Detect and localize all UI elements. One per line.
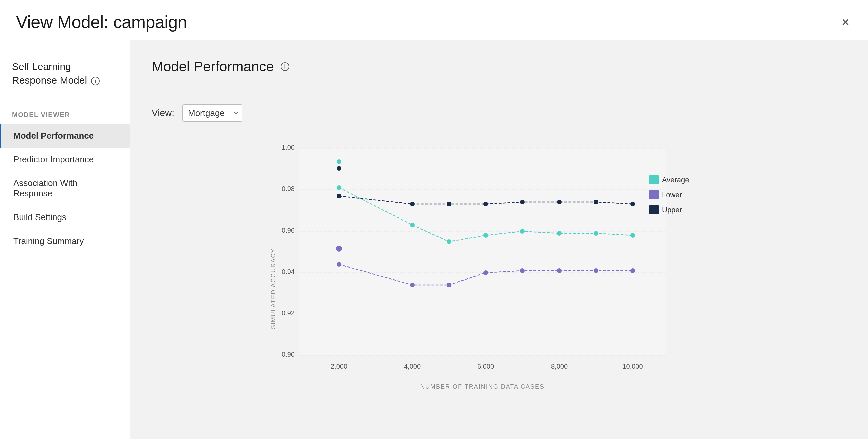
svg-text:SIMULATED ACCURACY: SIMULATED ACCURACY (270, 248, 277, 329)
view-row: View: Mortgage Auto Personal (152, 104, 847, 122)
model-info-icon[interactable]: i (91, 77, 100, 86)
main-content: Model Performance i View: Mortgage Auto … (130, 40, 868, 439)
svg-text:0.98: 0.98 (282, 185, 295, 193)
svg-point-33 (447, 202, 452, 206)
svg-point-38 (630, 202, 635, 206)
svg-point-47 (594, 268, 598, 273)
svg-rect-54 (649, 205, 659, 214)
svg-point-42 (410, 282, 415, 287)
svg-point-25 (520, 229, 525, 234)
modal-body: Self Learning Response Model i MODEL VIE… (0, 40, 868, 439)
svg-text:0.90: 0.90 (282, 350, 295, 358)
svg-point-23 (447, 239, 452, 244)
svg-point-24 (484, 233, 488, 238)
svg-point-48 (630, 268, 635, 273)
svg-rect-1 (299, 148, 666, 355)
svg-text:Lower: Lower (662, 191, 682, 199)
chart-svg: SIMULATED ACCURACY 1.00 0.98 0. (266, 135, 733, 395)
section-info-icon[interactable]: i (281, 62, 289, 71)
sidebar-section-label: MODEL VIEWER (0, 103, 130, 124)
svg-text:10,000: 10,000 (622, 363, 643, 370)
sidebar: Self Learning Response Model i MODEL VIE… (0, 40, 130, 439)
chart-container: SIMULATED ACCURACY 1.00 0.98 0. (152, 135, 847, 395)
svg-point-34 (484, 202, 488, 206)
svg-point-32 (410, 202, 415, 206)
sidebar-item-build-settings[interactable]: Build Settings (0, 205, 130, 229)
modal-header: View Model: campaign × (0, 0, 868, 40)
svg-text:4,000: 4,000 (404, 363, 421, 370)
svg-point-28 (630, 233, 635, 238)
divider (152, 88, 847, 89)
modal-container: View Model: campaign × Self Learning Res… (0, 0, 868, 439)
sidebar-item-association-with-response[interactable]: Association With Response (0, 171, 130, 205)
svg-point-43 (447, 282, 452, 287)
svg-point-26 (557, 231, 561, 236)
svg-point-37 (594, 200, 598, 204)
close-button[interactable]: × (839, 13, 852, 31)
svg-point-27 (594, 231, 598, 236)
sidebar-model-title: Self Learning Response Model i (12, 60, 118, 87)
svg-rect-50 (649, 175, 659, 184)
svg-point-35 (520, 200, 525, 204)
section-title: Model Performance i (152, 59, 847, 75)
svg-text:6,000: 6,000 (477, 363, 494, 370)
modal-title: View Model: campaign (16, 12, 187, 32)
sidebar-item-training-summary[interactable]: Training Summary (0, 229, 130, 253)
svg-point-44 (484, 270, 488, 275)
svg-point-46 (557, 268, 561, 273)
svg-text:0.92: 0.92 (282, 309, 295, 316)
svg-point-45 (520, 268, 525, 273)
sidebar-item-predictor-importance[interactable]: Predictor Importance (0, 148, 130, 171)
svg-text:1.00: 1.00 (282, 144, 295, 151)
svg-text:0.94: 0.94 (282, 268, 295, 275)
view-label: View: (152, 108, 174, 119)
sidebar-model-info: Self Learning Response Model i (0, 54, 130, 103)
svg-point-36 (557, 200, 561, 204)
svg-text:8,000: 8,000 (551, 363, 567, 370)
svg-rect-52 (649, 190, 659, 200)
sidebar-item-model-performance[interactable]: Model Performance (0, 124, 130, 148)
chart-wrapper: SIMULATED ACCURACY 1.00 0.98 0. (266, 135, 733, 395)
svg-text:Average: Average (662, 176, 689, 184)
svg-text:Upper: Upper (662, 206, 682, 214)
svg-text:2,000: 2,000 (331, 363, 347, 370)
svg-text:0.96: 0.96 (282, 227, 295, 234)
svg-text:NUMBER OF TRAINING DATA CASES: NUMBER OF TRAINING DATA CASES (420, 383, 545, 390)
view-select[interactable]: Mortgage Auto Personal (182, 104, 242, 122)
svg-point-22 (410, 223, 415, 227)
